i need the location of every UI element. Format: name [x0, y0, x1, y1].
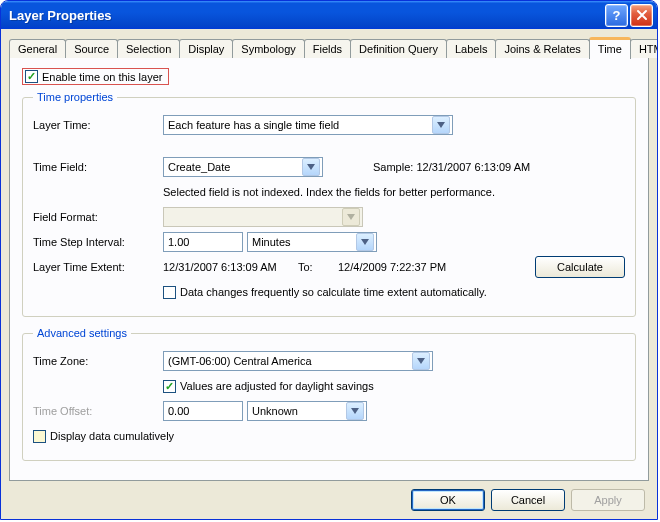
field-format-combo — [163, 207, 363, 227]
field-format-label: Field Format: — [33, 211, 163, 223]
chevron-down-icon — [342, 208, 360, 226]
chevron-down-icon — [302, 158, 320, 176]
layer-time-extent-label: Layer Time Extent: — [33, 261, 163, 273]
display-cumulative-checkbox[interactable] — [33, 430, 46, 443]
tab-selection[interactable]: Selection — [117, 39, 180, 58]
tab-display[interactable]: Display — [179, 39, 233, 58]
time-step-input[interactable]: 1.00 — [163, 232, 243, 252]
chevron-down-icon — [412, 352, 430, 370]
tab-html-popup[interactable]: HTML Popup — [630, 39, 658, 58]
extent-to-value: 12/4/2009 7:22:37 PM — [338, 261, 478, 273]
tab-labels[interactable]: Labels — [446, 39, 496, 58]
chevron-down-icon — [432, 116, 450, 134]
dialog-footer: OK Cancel Apply — [9, 481, 649, 515]
tab-symbology[interactable]: Symbology — [232, 39, 304, 58]
sample-label: Sample: 12/31/2007 6:13:09 AM — [373, 161, 530, 173]
tabpage-time: ✓ Enable time on this layer Time propert… — [9, 57, 649, 481]
close-button[interactable] — [630, 4, 653, 27]
time-field-label: Time Field: — [33, 161, 163, 173]
advanced-settings-group: Advanced settings Time Zone: (GMT-06:00)… — [22, 327, 636, 461]
layer-time-combo[interactable]: Each feature has a single time field — [163, 115, 453, 135]
display-cumulative-label: Display data cumulatively — [50, 430, 174, 442]
tab-definition-query[interactable]: Definition Query — [350, 39, 447, 58]
extent-from-value: 12/31/2007 6:13:09 AM — [163, 261, 298, 273]
enable-time-label: Enable time on this layer — [42, 71, 162, 83]
auto-calc-checkbox[interactable] — [163, 286, 176, 299]
calculate-button[interactable]: Calculate — [535, 256, 625, 278]
advanced-settings-legend: Advanced settings — [33, 327, 131, 339]
window-title: Layer Properties — [9, 8, 603, 23]
cancel-button[interactable]: Cancel — [491, 489, 565, 511]
extent-to-label: To: — [298, 261, 338, 273]
auto-calc-label: Data changes frequently so calculate tim… — [180, 286, 487, 298]
time-step-unit-combo[interactable]: Minutes — [247, 232, 377, 252]
client-area: General Source Selection Display Symbolo… — [1, 29, 657, 519]
layer-properties-dialog: Layer Properties ? General Source Select… — [0, 0, 658, 520]
tab-general[interactable]: General — [9, 39, 66, 58]
enable-time-highlight: ✓ Enable time on this layer — [22, 68, 169, 85]
tab-fields[interactable]: Fields — [304, 39, 351, 58]
chevron-down-icon — [356, 233, 374, 251]
time-field-combo[interactable]: Create_Date — [163, 157, 323, 177]
daylight-savings-checkbox[interactable]: ✓ — [163, 380, 176, 393]
daylight-savings-label: Values are adjusted for daylight savings — [180, 380, 374, 392]
time-zone-label: Time Zone: — [33, 355, 163, 367]
time-zone-combo[interactable]: (GMT-06:00) Central America — [163, 351, 433, 371]
time-step-label: Time Step Interval: — [33, 236, 163, 248]
apply-button: Apply — [571, 489, 645, 511]
time-properties-group: Time properties Layer Time: Each feature… — [22, 91, 636, 317]
chevron-down-icon — [346, 402, 364, 420]
layer-time-label: Layer Time: — [33, 119, 163, 131]
time-offset-input[interactable]: 0.00 — [163, 401, 243, 421]
time-offset-unit-combo[interactable]: Unknown — [247, 401, 367, 421]
time-properties-legend: Time properties — [33, 91, 117, 103]
tab-source[interactable]: Source — [65, 39, 118, 58]
ok-button[interactable]: OK — [411, 489, 485, 511]
tabstrip: General Source Selection Display Symbolo… — [9, 37, 649, 58]
time-offset-label: Time Offset: — [33, 405, 163, 417]
titlebar[interactable]: Layer Properties ? — [1, 1, 657, 29]
tab-joins-relates[interactable]: Joins & Relates — [495, 39, 589, 58]
tab-time[interactable]: Time — [589, 37, 631, 59]
enable-time-checkbox[interactable]: ✓ — [25, 70, 38, 83]
not-indexed-message: Selected field is not indexed. Index the… — [163, 186, 495, 198]
help-button[interactable]: ? — [605, 4, 628, 27]
